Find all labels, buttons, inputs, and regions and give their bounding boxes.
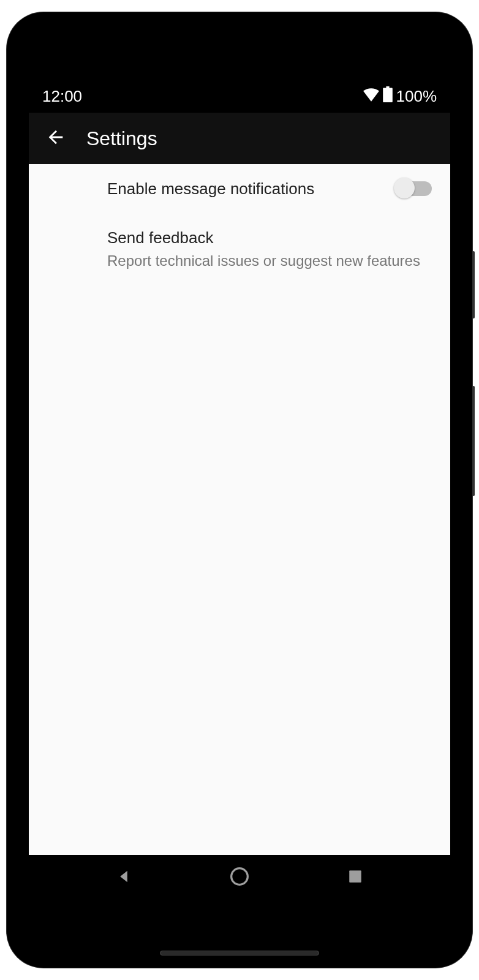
phone-speaker-bottom [160,951,319,956]
list-item-texts: Enable message notifications [107,178,384,200]
nav-home-button[interactable] [221,859,258,896]
nav-recent-button[interactable] [337,859,374,896]
system-nav-bar [29,855,450,900]
battery-icon [383,86,393,107]
phone-frame: 12:00 100% Settin [7,12,472,968]
screen: 12:00 100% Settin [29,80,450,900]
app-bar: Settings [29,113,450,164]
page-title: Settings [86,127,157,150]
notifications-switch[interactable] [396,181,432,196]
setting-enable-notifications[interactable]: Enable message notifications [29,164,450,213]
back-button[interactable] [41,124,70,153]
status-battery-pct: 100% [396,87,437,106]
phone-power-button [472,251,475,318]
status-bar: 12:00 100% [29,80,450,113]
status-time: 12:00 [42,87,82,106]
switch-thumb [394,178,415,198]
svg-point-0 [232,869,248,885]
setting-subtitle: Report technical issues or suggest new f… [107,251,432,271]
triangle-back-icon [115,868,132,888]
circle-home-icon [230,867,249,889]
nav-back-button[interactable] [105,859,142,896]
list-item-texts: Send feedback Report technical issues or… [107,227,432,271]
setting-send-feedback[interactable]: Send feedback Report technical issues or… [29,213,450,284]
setting-title: Enable message notifications [107,178,384,200]
phone-volume-button [472,386,475,496]
wifi-icon [363,87,379,106]
settings-content: Enable message notifications Send feedba… [29,164,450,855]
setting-title: Send feedback [107,227,432,249]
phone-inner: 12:00 100% Settin [18,23,461,957]
status-right: 100% [363,86,437,107]
square-recent-icon [347,869,363,887]
arrow-left-icon [45,127,66,150]
svg-rect-1 [350,870,362,883]
status-left: 12:00 [42,87,82,106]
